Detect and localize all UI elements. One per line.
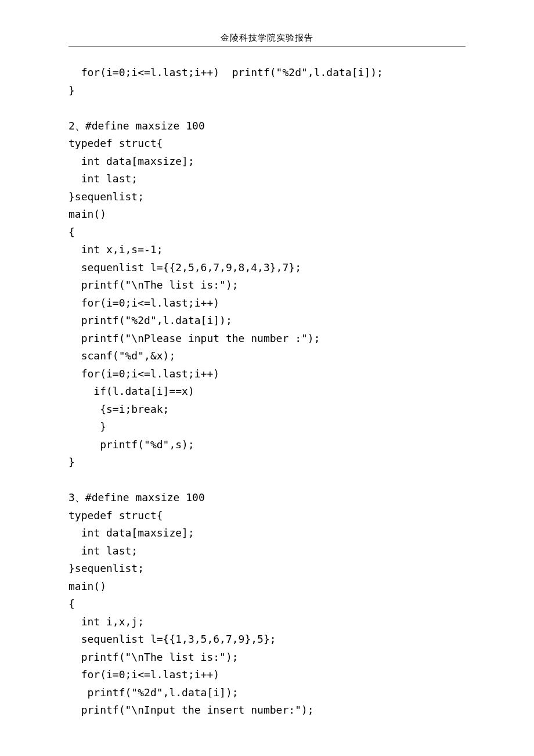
header-underline xyxy=(68,46,466,46)
document-page: 金陵科技学院实验报告 for(i=0;i<=l.last;i++) printf… xyxy=(0,0,534,754)
page-header: 金陵科技学院实验报告 xyxy=(68,33,466,46)
code-content: for(i=0;i<=l.last;i++) printf("%2d",l.da… xyxy=(68,64,466,719)
